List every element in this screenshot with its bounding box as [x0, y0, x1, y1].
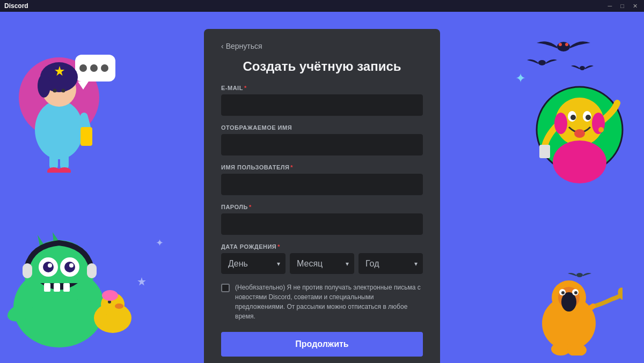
dob-row: День ▾ Месяц ▾ Год ▾ — [221, 253, 423, 274]
display-name-group: ОТОБРАЖАЕМОЕ ИМЯ — [221, 124, 423, 155]
minimize-button[interactable]: ─ — [606, 3, 614, 10]
display-name-input[interactable] — [221, 134, 423, 155]
dob-group: ДАТА РОЖДЕНИЯ* День ▾ Месяц ▾ — [221, 243, 423, 274]
password-label: ПАРОЛЬ* — [221, 204, 423, 210]
modal-title: Создать учётную запись — [221, 59, 423, 74]
back-arrow-icon: ‹ — [221, 42, 224, 50]
username-group: ИМЯ ПОЛЬЗОВАТЕЛЯ* — [221, 164, 423, 195]
maximize-button[interactable]: □ — [618, 3, 626, 10]
continue-button[interactable]: Продолжить — [221, 332, 423, 357]
dob-month-select[interactable]: Месяц — [290, 253, 354, 274]
password-group: ПАРОЛЬ* — [221, 204, 423, 235]
close-button[interactable]: ✕ — [631, 3, 640, 10]
back-label: Вернуться — [226, 42, 262, 50]
newsletter-checkbox[interactable] — [221, 284, 230, 292]
email-required: * — [244, 85, 247, 91]
email-input[interactable] — [221, 94, 423, 116]
dob-month-wrap: Месяц ▾ — [290, 253, 354, 274]
dob-label: ДАТА РОЖДЕНИЯ* — [221, 243, 423, 250]
app-title: Discord — [4, 2, 28, 10]
display-name-label: ОТОБРАЖАЕМОЕ ИМЯ — [221, 124, 423, 131]
modal-overlay: ‹ Вернуться Создать учётную запись E-MAI… — [0, 24, 644, 363]
username-label: ИМЯ ПОЛЬЗОВАТЕЛЯ* — [221, 164, 423, 171]
newsletter-label: (Необязательно) Я не против получать эле… — [235, 283, 423, 321]
window-controls: ─ □ ✕ — [606, 3, 640, 10]
email-label: E-MAIL* — [221, 85, 423, 91]
back-link[interactable]: ‹ Вернуться — [221, 42, 423, 50]
registration-modal: ‹ Вернуться Создать учётную запись E-MAI… — [204, 29, 440, 363]
titlebar: Discord ─ □ ✕ — [0, 0, 644, 12]
dob-year-wrap: Год ▾ — [358, 253, 423, 274]
dob-required: * — [277, 243, 280, 250]
email-group: E-MAIL* — [221, 85, 423, 116]
username-input[interactable] — [221, 174, 423, 195]
dob-year-select[interactable]: Год — [358, 253, 423, 274]
background: ✦ ✦ — [0, 12, 644, 363]
password-required: * — [249, 204, 252, 210]
dob-day-wrap: День ▾ — [221, 253, 286, 274]
newsletter-checkbox-row: (Необязательно) Я не против получать эле… — [221, 283, 423, 321]
password-input[interactable] — [221, 213, 423, 235]
username-required: * — [290, 164, 293, 171]
tos-text: Регистрируясь, вы соглашаетесь с Условия… — [221, 361, 423, 363]
dob-day-select[interactable]: День — [221, 253, 286, 274]
